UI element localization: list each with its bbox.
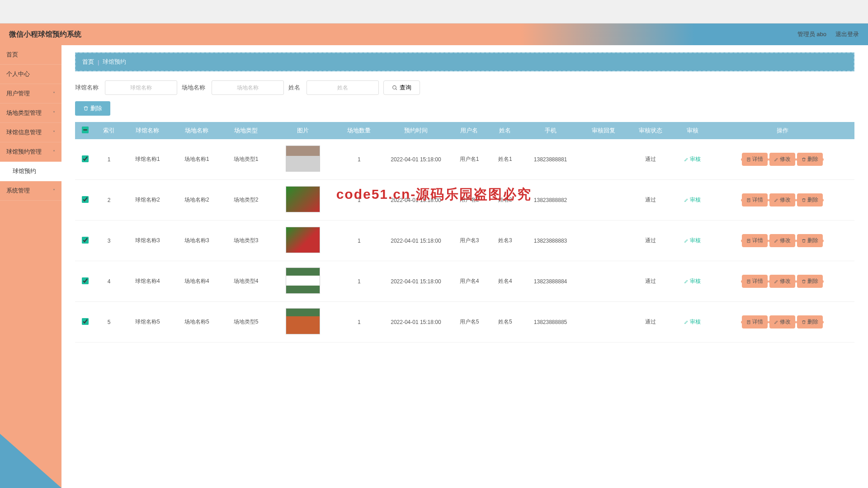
trash-icon (802, 157, 806, 162)
row-checkbox[interactable] (82, 196, 89, 203)
cell: 场地名称4 (172, 261, 222, 302)
search-label-name: 姓名 (288, 84, 300, 92)
cell (580, 302, 627, 343)
cell: 球馆名称1 (123, 139, 172, 180)
logout-link[interactable]: 退出登录 (835, 30, 859, 38)
audit-link[interactable]: 审核 (684, 237, 701, 244)
bulk-delete-button[interactable]: 删除 (75, 101, 110, 116)
col-header-14: 操作 (711, 122, 854, 139)
cell: 审核 (675, 261, 711, 302)
sidebar-item-2[interactable]: 用户管理˅ (0, 84, 61, 103)
cell: 详情修改删除 (711, 139, 854, 180)
current-user[interactable]: 管理员 abo (797, 30, 826, 38)
audit-link[interactable]: 审核 (684, 318, 701, 326)
sidebar-item-label: 场地类型管理 (6, 109, 42, 117)
sidebar-item-label: 球馆预约 (13, 167, 36, 175)
sidebar-item-7[interactable]: 系统管理˅ (0, 181, 61, 201)
cell: 球馆名称2 (123, 180, 172, 221)
sidebar-item-3[interactable]: 场地类型管理˅ (0, 103, 61, 123)
search-bar: 球馆名称 场地名称 姓名 查询 (75, 80, 854, 95)
doc-icon (746, 239, 751, 243)
breadcrumb-home[interactable]: 首页 (82, 58, 94, 66)
edit-button[interactable]: 修改 (769, 315, 795, 328)
detail-button[interactable]: 详情 (742, 153, 768, 166)
row-checkbox[interactable] (82, 277, 89, 284)
cell: 场地类型2 (222, 180, 271, 221)
edit-icon (684, 198, 689, 202)
cell: 姓名4 (490, 261, 521, 302)
sidebar-item-6[interactable]: 球馆预约 (0, 162, 61, 181)
app-title: 微信小程球馆预约系统 (9, 30, 81, 39)
detail-button[interactable]: 详情 (742, 315, 768, 328)
edit-icon (684, 157, 689, 162)
col-header-13: 审核 (675, 122, 711, 139)
row-image (286, 308, 320, 334)
detail-button[interactable]: 详情 (742, 275, 768, 288)
search-input-gym[interactable] (105, 80, 177, 95)
cell (75, 139, 95, 180)
cell: 详情修改删除 (711, 221, 854, 261)
cell: 场地类型4 (222, 261, 271, 302)
cell: 审核 (675, 221, 711, 261)
chevron-down-icon: ˄ (53, 150, 55, 155)
cell: 场地名称3 (172, 221, 222, 261)
cell: 通过 (627, 302, 674, 343)
search-icon (392, 85, 398, 91)
breadcrumb-sep: | (98, 59, 99, 66)
delete-button[interactable]: 删除 (797, 153, 823, 166)
audit-link[interactable]: 审核 (684, 155, 701, 163)
cell: 1 (335, 221, 382, 261)
browser-top-bar (0, 0, 868, 23)
delete-button[interactable]: 删除 (797, 193, 823, 206)
sidebar: 首页个人中心用户管理˅场地类型管理˅球馆信息管理˅球馆预约管理˄球馆预约系统管理… (0, 45, 61, 488)
select-all-checkbox[interactable] (82, 127, 89, 133)
cell: 场地名称1 (172, 139, 222, 180)
trash-icon (83, 106, 89, 111)
search-input-field[interactable] (212, 80, 284, 95)
pencil-icon (774, 239, 778, 243)
sidebar-item-1[interactable]: 个人中心 (0, 65, 61, 84)
edit-button[interactable]: 修改 (769, 153, 795, 166)
sidebar-item-0[interactable]: 首页 (0, 45, 61, 65)
row-image (286, 145, 320, 172)
search-input-name[interactable] (307, 80, 379, 95)
cell: 2022-04-01 15:18:00 (383, 261, 449, 302)
sidebar-item-5[interactable]: 球馆预约管理˄ (0, 142, 61, 162)
cell: 姓名1 (490, 139, 521, 180)
row-checkbox[interactable] (82, 155, 89, 162)
svg-point-0 (393, 85, 396, 89)
detail-button[interactable]: 详情 (742, 193, 768, 206)
row-checkbox[interactable] (82, 237, 89, 244)
cell: 球馆名称3 (123, 221, 172, 261)
cell (580, 221, 627, 261)
edit-button[interactable]: 修改 (769, 275, 795, 288)
audit-link[interactable]: 审核 (684, 196, 701, 204)
delete-button[interactable]: 删除 (797, 315, 823, 328)
detail-button[interactable]: 详情 (742, 234, 768, 247)
edit-button[interactable]: 修改 (769, 193, 795, 206)
col-header-0 (75, 122, 95, 139)
cell: 通过 (627, 261, 674, 302)
cell: 用户名4 (449, 261, 489, 302)
cell (75, 180, 95, 221)
pencil-icon (774, 320, 778, 324)
delete-button[interactable]: 删除 (797, 275, 823, 288)
pencil-icon (774, 279, 778, 284)
row-checkbox[interactable] (82, 318, 89, 325)
search-button-label: 查询 (400, 84, 411, 92)
delete-button[interactable]: 删除 (797, 234, 823, 247)
edit-button[interactable]: 修改 (769, 234, 795, 247)
sidebar-item-label: 系统管理 (6, 187, 30, 195)
cell: 3 (95, 221, 123, 261)
col-header-9: 姓名 (490, 122, 521, 139)
cell: 2 (95, 180, 123, 221)
doc-icon (746, 279, 751, 284)
edit-icon (684, 239, 689, 243)
trash-icon (802, 279, 806, 284)
sidebar-item-4[interactable]: 球馆信息管理˅ (0, 123, 61, 142)
audit-link[interactable]: 审核 (684, 277, 701, 285)
cell: 1 (95, 139, 123, 180)
search-button[interactable]: 查询 (383, 80, 420, 95)
cell (580, 180, 627, 221)
table-row: 5球馆名称5场地名称5场地类型512022-04-01 15:18:00用户名5… (75, 302, 854, 343)
